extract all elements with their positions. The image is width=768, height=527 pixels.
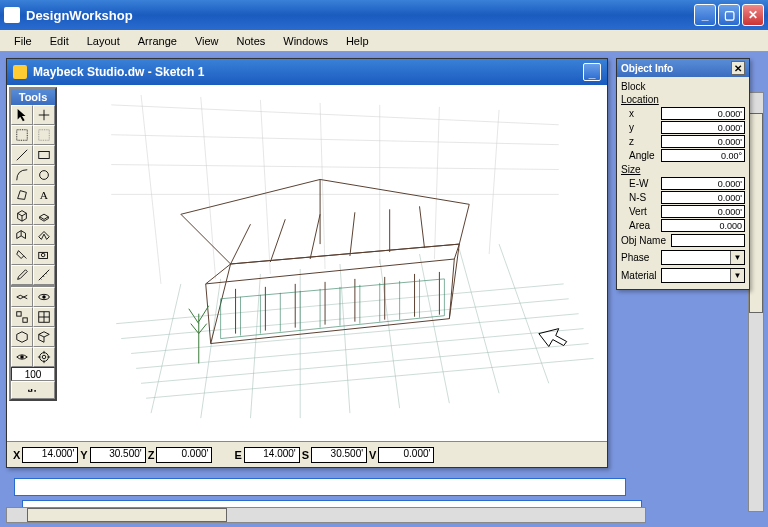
- object-info-close-button[interactable]: ✕: [731, 61, 745, 75]
- svg-line-23: [136, 329, 583, 369]
- tool-rectangle[interactable]: [33, 145, 55, 165]
- oi-y-field[interactable]: 0.000': [661, 121, 745, 134]
- tool-iso-a[interactable]: [11, 327, 33, 347]
- tool-text[interactable]: A: [33, 185, 55, 205]
- oi-phase-label: Phase: [621, 252, 661, 263]
- tool-camera[interactable]: [33, 245, 55, 265]
- coord-z-label: Z: [148, 449, 155, 461]
- coord-v-label: V: [369, 449, 376, 461]
- tool-fly[interactable]: [11, 287, 33, 307]
- oi-area-label: Area: [621, 220, 661, 231]
- oi-x-field[interactable]: 0.000': [661, 107, 745, 120]
- oi-angle-field[interactable]: 0.00°: [661, 149, 745, 162]
- vertical-scrollbar[interactable]: [748, 92, 764, 512]
- object-info-title-bar[interactable]: Object Info ✕: [617, 59, 749, 77]
- svg-rect-11: [23, 318, 27, 322]
- stacked-window-1[interactable]: [14, 478, 626, 496]
- oi-material-select[interactable]: ▼: [661, 268, 745, 283]
- oi-z-label: z: [621, 136, 661, 147]
- svg-line-43: [260, 100, 270, 274]
- close-button[interactable]: ✕: [742, 4, 764, 26]
- coord-s-label: S: [302, 449, 309, 461]
- workspace: Maybeck Studio.dw - Sketch 1 _ Tools A: [0, 52, 768, 527]
- tool-wall[interactable]: [11, 225, 33, 245]
- tool-eye[interactable]: [11, 347, 33, 367]
- document-minimize-button[interactable]: _: [583, 63, 601, 81]
- svg-line-46: [434, 107, 439, 259]
- tool-polygon[interactable]: [11, 185, 33, 205]
- coord-e-field[interactable]: 14.000': [244, 447, 300, 463]
- oi-ns-label: N-S: [621, 192, 661, 203]
- coord-e-label: E: [234, 449, 241, 461]
- menu-bar: File Edit Layout Arrange View Notes Wind…: [0, 30, 768, 52]
- tool-eyedropper[interactable]: [11, 265, 33, 285]
- tool-paint[interactable]: [11, 245, 33, 265]
- svg-line-34: [420, 254, 450, 403]
- tool-crosshair[interactable]: [33, 105, 55, 125]
- menu-windows[interactable]: Windows: [275, 33, 336, 49]
- oi-phase-select[interactable]: ▼: [661, 250, 745, 265]
- menu-edit[interactable]: Edit: [42, 33, 77, 49]
- object-info-panel[interactable]: Object Info ✕ Block Location x0.000' y0.…: [616, 58, 750, 290]
- menu-layout[interactable]: Layout: [79, 33, 128, 49]
- zoom-value[interactable]: 100: [11, 367, 55, 381]
- tool-orbit[interactable]: [33, 287, 55, 307]
- tool-pattern-a[interactable]: [11, 125, 33, 145]
- tool-measure[interactable]: [33, 265, 55, 285]
- object-info-title: Object Info: [621, 63, 731, 74]
- coord-s-field[interactable]: 30.500': [311, 447, 367, 463]
- svg-point-15: [20, 355, 24, 359]
- tool-target[interactable]: [33, 347, 55, 367]
- viewport-canvas[interactable]: [61, 85, 607, 439]
- svg-line-44: [320, 103, 325, 269]
- oi-ew-field[interactable]: 0.000': [661, 177, 745, 190]
- oi-vert-field[interactable]: 0.000': [661, 205, 745, 218]
- tool-arc[interactable]: [11, 165, 33, 185]
- coordinate-bar: X 14.000' Y 30.500' Z 0.000' E 14.000' S…: [7, 441, 607, 467]
- coord-v-field[interactable]: 0.000': [378, 447, 434, 463]
- menu-view[interactable]: View: [187, 33, 227, 49]
- hscroll-thumb[interactable]: [27, 508, 227, 522]
- tool-roof[interactable]: [33, 225, 55, 245]
- svg-line-2: [17, 150, 28, 161]
- menu-file[interactable]: File: [6, 33, 40, 49]
- oi-objname-field[interactable]: [671, 234, 745, 247]
- menu-help[interactable]: Help: [338, 33, 377, 49]
- horizontal-scrollbar[interactable]: [6, 507, 646, 523]
- menu-notes[interactable]: Notes: [229, 33, 274, 49]
- coord-x-field[interactable]: 14.000': [22, 447, 78, 463]
- tool-iso-b[interactable]: [33, 327, 55, 347]
- tools-title: Tools: [11, 89, 55, 105]
- block-label: Block: [621, 80, 745, 93]
- tool-view-b[interactable]: [33, 307, 55, 327]
- coord-y-field[interactable]: 30.500': [90, 447, 146, 463]
- oi-area-field[interactable]: 0.000: [661, 219, 745, 232]
- tool-line[interactable]: [11, 145, 33, 165]
- oi-z-field[interactable]: 0.000': [661, 135, 745, 148]
- vscroll-thumb[interactable]: [749, 113, 763, 313]
- oi-objname-label: Obj Name: [621, 235, 671, 246]
- tool-view-a[interactable]: [11, 307, 33, 327]
- svg-line-33: [380, 259, 400, 408]
- coord-y-label: Y: [80, 449, 87, 461]
- menu-arrange[interactable]: Arrange: [130, 33, 185, 49]
- tool-pattern-b[interactable]: [33, 125, 55, 145]
- coord-x-label: X: [13, 449, 20, 461]
- maximize-button[interactable]: ▢: [718, 4, 740, 26]
- document-window: Maybeck Studio.dw - Sketch 1 _ Tools A: [6, 58, 608, 468]
- tool-extrude[interactable]: [33, 205, 55, 225]
- svg-rect-0: [17, 130, 28, 141]
- coord-z-field[interactable]: 0.000': [156, 447, 212, 463]
- tool-box[interactable]: [11, 205, 33, 225]
- tool-skyline[interactable]: [11, 381, 55, 399]
- document-title: Maybeck Studio.dw - Sketch 1: [33, 65, 583, 79]
- minimize-button[interactable]: _: [694, 4, 716, 26]
- tool-pointer[interactable]: [11, 105, 33, 125]
- oi-ns-field[interactable]: 0.000': [661, 191, 745, 204]
- tool-circle[interactable]: [33, 165, 55, 185]
- svg-line-38: [111, 135, 558, 145]
- app-icon: [4, 7, 20, 23]
- svg-line-41: [141, 95, 161, 284]
- document-title-bar[interactable]: Maybeck Studio.dw - Sketch 1 _: [7, 59, 607, 85]
- tools-palette[interactable]: Tools A: [9, 87, 57, 401]
